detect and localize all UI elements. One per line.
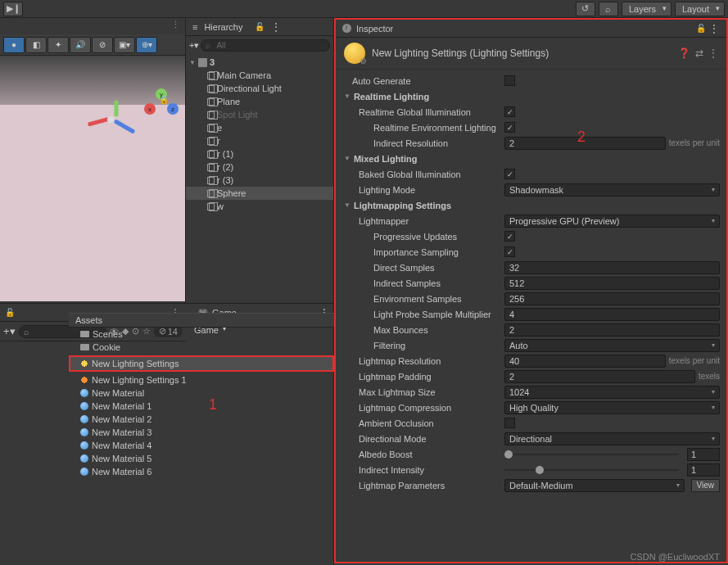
gameobject-icon	[207, 164, 215, 171]
baked-gi-checkbox[interactable]: ✓	[504, 169, 515, 179]
play-icon[interactable]: ▶❙	[3, 2, 23, 16]
gameobject-icon	[207, 72, 215, 79]
hierarchy-item[interactable]: r	[186, 134, 333, 147]
history-icon[interactable]: ↺	[576, 2, 595, 16]
asset-item[interactable]: New Material 1	[69, 400, 334, 413]
inspector-tab[interactable]: Inspector	[355, 21, 400, 36]
scene-toolbar: ● ◧ ✦ 🔊 ⊘ ▣▾ ⊕▾	[0, 34, 185, 56]
albedo-boost-slider[interactable]	[504, 448, 679, 461]
realtime-env-checkbox[interactable]: ✓	[504, 122, 515, 133]
hierarchy-item[interactable]: Sphere	[186, 187, 333, 200]
asset-item[interactable]: Scenes	[69, 328, 334, 341]
asset-item[interactable]: Cookie	[69, 341, 334, 354]
panel-menu-icon[interactable]: ⋮	[271, 21, 282, 33]
asset-item[interactable]: New Material 4	[69, 439, 334, 452]
top-toolbar: ▶❙ ↺ ⌕ Layers Layout	[0, 0, 728, 18]
hierarchy-item[interactable]: Plane	[186, 95, 333, 108]
layers-dropdown[interactable]: Layers	[622, 2, 671, 16]
realtime-gi-checkbox[interactable]: ✓	[504, 106, 515, 117]
lock-icon[interactable]: 🔓	[696, 24, 706, 33]
lightmap-res-input[interactable]: 40	[504, 355, 666, 368]
caret-icon[interactable]: ▼	[189, 59, 196, 66]
lock-icon[interactable]: 🔒	[159, 95, 169, 104]
material-icon	[80, 428, 88, 436]
asset-item[interactable]: New Material 6	[69, 465, 334, 478]
fx-toggle[interactable]: ⊘	[92, 37, 113, 53]
auto-generate-checkbox[interactable]	[504, 75, 515, 86]
lightmap-compression-dropdown[interactable]: High Quality	[504, 401, 720, 414]
lighting-toggle[interactable]: ✦	[47, 37, 69, 53]
importance-sampling-checkbox[interactable]: ✓	[504, 246, 515, 257]
hierarchy-item[interactable]: r (1)	[186, 147, 333, 160]
hierarchy-item[interactable]: Main Camera	[186, 69, 333, 82]
gameobject-icon	[207, 177, 215, 184]
section-lightmapping[interactable]: Lightmapping Settings	[354, 201, 451, 210]
menu-icon[interactable]: ⋮	[708, 47, 718, 59]
lightmapper-dropdown[interactable]: Progressive GPU (Preview)	[504, 215, 720, 228]
chevron-down-icon[interactable]: ▼	[344, 201, 350, 209]
asset-item[interactable]: New Material	[69, 386, 334, 400]
directional-mode-dropdown[interactable]: Directional	[504, 432, 720, 445]
camera-btn[interactable]: ▣▾	[114, 37, 135, 53]
max-lightmap-size-dropdown[interactable]: 1024	[504, 386, 720, 399]
lighting-settings-icon	[80, 376, 88, 384]
progressive-updates-checkbox[interactable]: ✓	[504, 231, 515, 242]
scene-viewport[interactable]: xyz 🔒	[0, 56, 185, 301]
hierarchy-item[interactable]: w	[186, 200, 333, 213]
material-icon	[80, 454, 88, 463]
section-realtime-lighting[interactable]: Realtime Lighting	[354, 92, 429, 102]
hierarchy-item[interactable]: Directional Light	[186, 82, 333, 95]
view-button[interactable]: View	[691, 479, 721, 492]
chevron-down-icon[interactable]: ▼	[344, 93, 350, 100]
preset-icon[interactable]: ⇄	[695, 47, 703, 59]
inspector-panel: Inspector 🔓 ⋮ New Lighting Settings (Lig…	[334, 18, 728, 563]
gameobject-icon	[207, 111, 215, 119]
lock-icon[interactable]: 🔓	[5, 308, 15, 317]
asset-item[interactable]: New Lighting Settings	[70, 357, 332, 370]
asset-item[interactable]: New Material 5	[69, 452, 334, 465]
filtering-dropdown[interactable]: Auto	[504, 339, 720, 352]
hierarchy-item[interactable]: e	[186, 121, 333, 134]
scene-root[interactable]: ▼ 3	[186, 56, 333, 69]
indirect-samples-input[interactable]: 512	[504, 277, 720, 290]
hierarchy-tab[interactable]: Hierarchy	[202, 20, 249, 34]
hierarchy-item[interactable]: Spot Light	[186, 108, 333, 121]
lighting-mode-dropdown[interactable]: Shadowmask	[504, 183, 720, 197]
chevron-down-icon[interactable]: ▼	[344, 155, 350, 162]
scene-panel-menu[interactable]: ⋮	[0, 18, 185, 34]
panel-menu-icon[interactable]: ⋮	[709, 23, 720, 34]
shading-mode-btn[interactable]: ●	[3, 37, 25, 53]
lightmap-params-dropdown[interactable]: Default-Medium	[504, 479, 685, 492]
direct-samples-input[interactable]: 32	[504, 261, 720, 274]
lighting-settings-icon	[80, 359, 88, 368]
light-probe-mult-input[interactable]: 4	[504, 308, 720, 321]
gameobject-icon	[207, 190, 215, 197]
lock-icon[interactable]: 🔓	[255, 22, 265, 31]
axis-orientation-gizmo[interactable]: xyz	[144, 88, 177, 121]
audio-toggle[interactable]: 🔊	[70, 37, 91, 53]
ambient-occlusion-checkbox[interactable]	[504, 418, 515, 428]
search-icon[interactable]: ⌕	[599, 2, 618, 16]
asset-item[interactable]: New Material 2	[69, 413, 334, 426]
gizmos-toggle[interactable]: ⊕▾	[136, 37, 157, 53]
hierarchy-icon: ≡	[192, 22, 197, 32]
2d-toggle[interactable]: ◧	[25, 37, 47, 53]
max-bounces-input[interactable]: 2	[504, 323, 720, 337]
add-button[interactable]: +▾	[189, 40, 199, 51]
asset-item[interactable]: New Lighting Settings 1	[69, 373, 334, 386]
section-mixed-lighting[interactable]: Mixed Lighting	[354, 154, 418, 164]
indirect-intensity-slider[interactable]	[504, 463, 679, 477]
help-icon[interactable]: ❓	[678, 47, 690, 59]
add-button[interactable]: +▾	[3, 325, 16, 337]
gameobject-icon	[207, 138, 215, 145]
material-icon	[80, 441, 88, 450]
hierarchy-item[interactable]: r (2)	[186, 160, 333, 174]
asset-item[interactable]: New Material 3	[69, 426, 334, 439]
hierarchy-item[interactable]: r (3)	[186, 174, 333, 187]
asset-title: New Lighting Settings (Lighting Settings…	[372, 47, 549, 59]
env-samples-input[interactable]: 256	[504, 292, 720, 305]
layout-dropdown[interactable]: Layout	[675, 2, 725, 16]
lightmap-padding-input[interactable]: 2	[504, 370, 695, 383]
assets-header: Assets	[69, 313, 334, 328]
hierarchy-search-input[interactable]: All	[201, 39, 330, 52]
